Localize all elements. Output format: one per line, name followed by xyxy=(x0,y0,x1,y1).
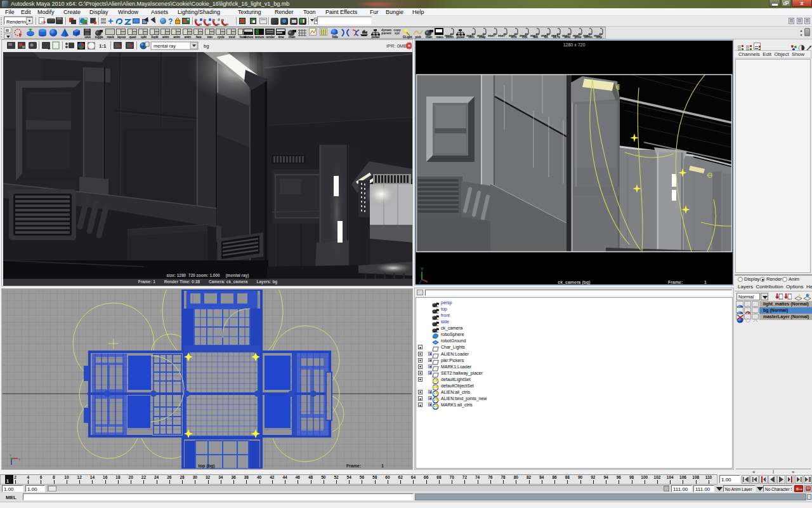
svg-text:1:1: 1:1 xyxy=(99,43,107,49)
svg-text:IPR: 0MB: IPR: 0MB xyxy=(386,43,407,49)
svg-text:mental ray: mental ray xyxy=(154,43,176,49)
svg-text:Y: Y xyxy=(421,267,424,271)
svg-text:y: y xyxy=(10,453,11,457)
svg-text:bg: bg xyxy=(204,43,209,49)
svg-text:x: x xyxy=(18,457,20,461)
